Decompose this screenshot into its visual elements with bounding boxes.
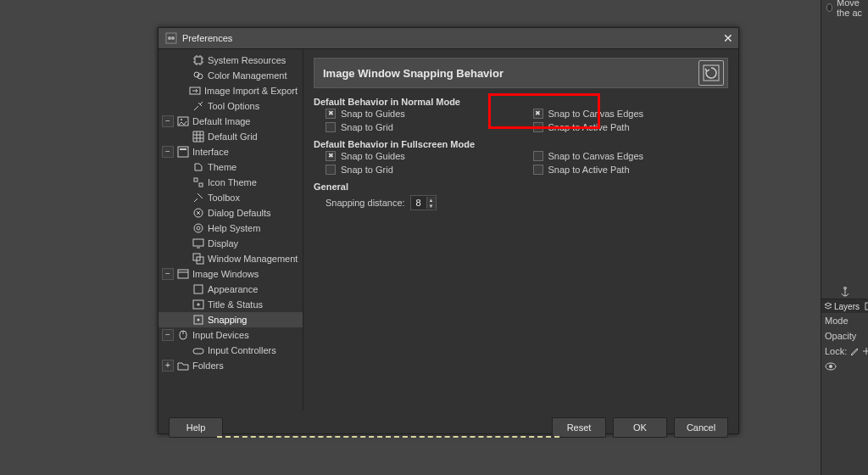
tree-item-label: Tool Options bbox=[208, 101, 303, 111]
section-full-title: Default Behavior in Fullscreen Mode bbox=[314, 139, 728, 149]
checkbox-snap-grid-full[interactable]: Snap to Grid bbox=[314, 163, 521, 176]
tree-item-folders[interactable]: +Folders bbox=[159, 358, 303, 373]
svg-point-1 bbox=[168, 36, 171, 40]
inout-icon bbox=[189, 85, 201, 97]
tree-item-input-devices[interactable]: −Input Devices bbox=[159, 327, 303, 343]
move-active-radio[interactable]: Move the ac bbox=[826, 0, 868, 18]
label: Snap to Guides bbox=[341, 109, 405, 119]
right-dock: Move the ac Layers Chan Mode Opacity Loc… bbox=[821, 0, 868, 475]
tree-item-system-resources[interactable]: System Resources bbox=[159, 53, 303, 68]
expand-icon[interactable]: + bbox=[162, 360, 174, 372]
label: Snap to Guides bbox=[341, 151, 405, 161]
grid-icon bbox=[192, 131, 204, 142]
tree-item-input-controllers[interactable]: Input Controllers bbox=[159, 343, 303, 358]
tree-item-label: Appearance bbox=[208, 284, 303, 294]
tree-item-display[interactable]: Display bbox=[159, 236, 303, 251]
icontheme-icon bbox=[192, 176, 204, 188]
svg-rect-19 bbox=[178, 270, 188, 278]
label: Snap to Grid bbox=[341, 122, 393, 132]
tree-item-snapping[interactable]: Snapping bbox=[159, 312, 303, 327]
tree-item-tool-options[interactable]: Tool Options bbox=[159, 98, 303, 114]
tree-item-interface[interactable]: −Interface bbox=[159, 144, 303, 159]
brush-icon[interactable] bbox=[850, 346, 859, 356]
spinner-up-icon[interactable]: ▲ bbox=[427, 197, 436, 203]
anchor-icon[interactable] bbox=[821, 285, 868, 299]
tree-item-color-management[interactable]: Color Management bbox=[159, 68, 303, 83]
tree-item-label: Image Windows bbox=[192, 269, 303, 279]
svg-rect-3 bbox=[195, 57, 202, 64]
svg-point-8 bbox=[181, 119, 182, 120]
tab-layers[interactable]: Layers bbox=[821, 299, 862, 313]
tree-item-label: Folders bbox=[192, 360, 303, 371]
tree-item-label: Title & Status bbox=[208, 299, 303, 310]
titlestatus-icon bbox=[192, 299, 204, 310]
snapping-distance-label: Snapping distance: bbox=[326, 198, 405, 208]
close-icon[interactable]: ✕ bbox=[718, 31, 738, 45]
tree-item-label: System Resources bbox=[208, 55, 303, 65]
collapse-icon[interactable]: − bbox=[162, 115, 174, 127]
preferences-tree: System ResourcesColor ManagementImage Im… bbox=[159, 49, 303, 411]
tree-item-label: Interface bbox=[192, 147, 303, 157]
tree-item-window-management[interactable]: Window Management bbox=[159, 251, 303, 266]
eye-icon[interactable] bbox=[825, 362, 837, 371]
toolbox-icon bbox=[192, 192, 204, 204]
layers-icon bbox=[824, 302, 832, 310]
svg-rect-25 bbox=[193, 349, 203, 354]
tree-item-appearance[interactable]: Appearance bbox=[159, 282, 303, 297]
svg-rect-9 bbox=[178, 147, 188, 157]
tree-item-default-grid[interactable]: Default Grid bbox=[159, 129, 303, 144]
monitor-icon bbox=[192, 238, 204, 249]
tree-item-label: Help System bbox=[208, 223, 303, 233]
checkbox-snap-guides-full[interactable]: Snap to Guides bbox=[314, 149, 521, 163]
svg-point-23 bbox=[198, 319, 200, 321]
mode-field[interactable]: Mode bbox=[821, 313, 868, 328]
image-icon bbox=[177, 115, 189, 127]
reset-button[interactable]: Reset bbox=[552, 417, 606, 438]
tree-item-image-import-export[interactable]: Image Import & Export bbox=[159, 83, 303, 98]
tree-item-label: Input Devices bbox=[192, 330, 303, 340]
tree-item-icon-theme[interactable]: Icon Theme bbox=[159, 175, 303, 190]
reset-defaults-icon[interactable] bbox=[698, 60, 724, 86]
snapping-distance-spinner[interactable]: 8 ▲ ▼ bbox=[410, 195, 437, 210]
tree-item-label: Window Management bbox=[208, 254, 303, 264]
layer-entry[interactable] bbox=[821, 359, 868, 374]
snap-icon bbox=[192, 314, 204, 326]
controllers-icon bbox=[192, 344, 204, 356]
move-lock-icon[interactable] bbox=[862, 346, 868, 356]
dialog-titlebar[interactable]: Preferences ✕ bbox=[159, 28, 738, 49]
selection-marquee bbox=[217, 436, 559, 438]
tree-item-default-image[interactable]: −Default Image bbox=[159, 114, 303, 129]
svg-point-29 bbox=[829, 365, 832, 368]
inputdev-icon bbox=[177, 329, 189, 341]
help-button[interactable]: Help bbox=[169, 417, 223, 438]
collapse-icon[interactable]: − bbox=[162, 329, 174, 341]
svg-rect-12 bbox=[199, 183, 203, 187]
tree-item-title-status[interactable]: Title & Status bbox=[159, 297, 303, 312]
tree-item-label: Theme bbox=[208, 162, 303, 172]
collapse-icon[interactable]: − bbox=[162, 268, 174, 280]
tree-item-label: Snapping bbox=[208, 315, 303, 325]
appearance-icon bbox=[192, 283, 204, 295]
cancel-button[interactable]: Cancel bbox=[674, 417, 728, 438]
tree-item-label: Image Import & Export bbox=[204, 86, 303, 96]
tree-item-help-system[interactable]: Help System bbox=[159, 221, 303, 236]
tree-item-dialog-defaults[interactable]: Dialog Defaults bbox=[159, 205, 303, 221]
tab-channels[interactable]: Chan bbox=[862, 299, 868, 313]
collapse-icon[interactable]: − bbox=[162, 146, 174, 158]
checkbox-snap-path-full[interactable]: Snap to Active Path bbox=[521, 163, 729, 176]
tree-item-toolbox[interactable]: Toolbox bbox=[159, 190, 303, 205]
checkbox-snap-canvas-full[interactable]: Snap to Canvas Edges bbox=[521, 149, 729, 163]
circles-icon bbox=[192, 70, 204, 81]
preferences-pane: Image Window Snapping Behavior Default B… bbox=[303, 49, 738, 411]
tree-item-theme[interactable]: Theme bbox=[159, 159, 303, 175]
tree-item-label: Icon Theme bbox=[208, 177, 303, 187]
svg-point-14 bbox=[194, 224, 203, 232]
tree-item-label: Default Image bbox=[192, 116, 303, 126]
spinner-down-icon[interactable]: ▼ bbox=[427, 203, 436, 209]
svg-rect-16 bbox=[193, 239, 203, 246]
highlight-box bbox=[488, 93, 600, 129]
tree-item-image-windows[interactable]: −Image Windows bbox=[159, 266, 303, 282]
opacity-field[interactable]: Opacity bbox=[821, 328, 868, 344]
lock-label: Lock: bbox=[825, 346, 847, 356]
ok-button[interactable]: OK bbox=[613, 417, 667, 438]
